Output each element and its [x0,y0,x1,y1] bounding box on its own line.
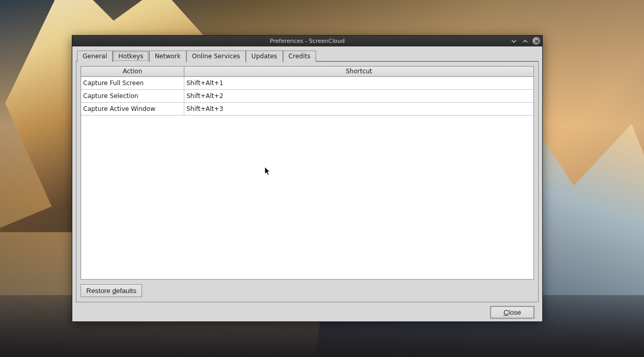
button-label-post: lose [509,309,521,316]
table-body: Capture Full Screen Shift+Alt+1 Capture … [81,77,533,279]
tab-label: Updates [252,53,277,60]
tab-online-services[interactable]: Online Services [186,51,246,62]
shade-up-icon[interactable] [521,37,529,45]
tab-label: General [83,53,107,60]
tab-label: Network [155,53,181,60]
button-label-post: efaults [116,287,136,295]
cell-action: Capture Selection [81,90,184,102]
tab-label: Online Services [192,53,240,60]
titlebar-controls [510,37,542,45]
column-header-action[interactable]: Action [81,67,184,77]
table-header-row: Action Shortcut [81,67,533,77]
cell-shortcut: Shift+Alt+2 [184,90,533,102]
cell-shortcut: Shift+Alt+3 [184,103,533,115]
window-title: Preferences - ScreenCloud [72,38,542,44]
cell-action: Capture Full Screen [81,77,184,89]
window-body: General Hotkeys Network Online Services … [72,46,542,321]
table-row[interactable]: Capture Active Window Shift+Alt+3 [81,103,533,116]
tab-hotkeys[interactable]: Hotkeys [113,51,149,62]
tab-network[interactable]: Network [149,51,186,62]
tab-updates[interactable]: Updates [246,51,283,62]
cell-action: Capture Active Window [81,103,184,115]
tab-credits[interactable]: Credits [283,51,316,62]
tab-panel: Action Shortcut Capture Full Screen Shif… [76,61,539,302]
close-icon[interactable] [532,37,540,45]
hotkeys-table: Action Shortcut Capture Full Screen Shif… [81,66,534,280]
button-label-accesskey: d [112,287,116,295]
titlebar[interactable]: Preferences - ScreenCloud [72,36,542,46]
tab-label: Hotkeys [118,53,143,60]
table-row[interactable]: Capture Selection Shift+Alt+2 [81,90,533,103]
button-label-accesskey: C [504,309,509,316]
table-row[interactable]: Capture Full Screen Shift+Alt+1 [81,77,533,90]
cell-shortcut: Shift+Alt+1 [184,77,533,89]
panel-footer: Restore defaults [81,280,534,297]
tab-label: Credits [289,53,310,60]
column-header-shortcut[interactable]: Shortcut [184,67,533,77]
close-button[interactable]: Close [491,306,534,318]
restore-defaults-button[interactable]: Restore defaults [81,284,142,297]
tab-general[interactable]: General [77,51,113,62]
shade-down-icon[interactable] [510,37,518,45]
tab-bar: General Hotkeys Network Online Services … [76,50,539,61]
button-label-pre: Restore [86,287,112,295]
dialog-footer: Close [76,302,539,321]
preferences-window: Preferences - ScreenCloud General Hotkey… [72,35,543,322]
